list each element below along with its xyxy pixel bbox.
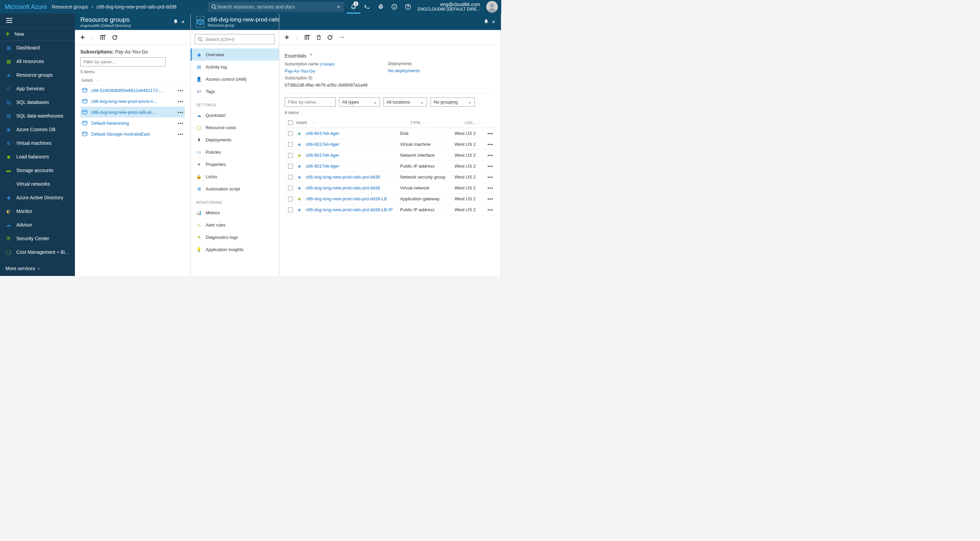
- nav-item-sql-data-warehouses[interactable]: ▤SQL data warehouses: [0, 109, 75, 123]
- nav-item-security-center[interactable]: ⛨Security Center: [0, 231, 75, 245]
- nav-item-cost-management-bi-[interactable]: ◯Cost Management + Bi...: [0, 245, 75, 259]
- col-name[interactable]: NAME: [296, 121, 308, 125]
- row-checkbox[interactable]: [288, 131, 293, 136]
- help-button[interactable]: [401, 0, 415, 14]
- grouping-dropdown[interactable]: No grouping⌄: [430, 97, 475, 107]
- menu-item-metrics[interactable]: 📊Metrics: [191, 206, 279, 219]
- row-checkbox[interactable]: [288, 207, 293, 212]
- close-icon[interactable]: ✕: [492, 19, 495, 24]
- change-link[interactable]: (change): [320, 62, 334, 66]
- column-header-name[interactable]: NAME↑↓: [80, 76, 185, 85]
- row-checkbox[interactable]: [288, 153, 293, 158]
- row-checkbox[interactable]: [288, 175, 293, 180]
- resource-row[interactable]: ◈c66-8017eb-tigerNetwork interfaceWest U…: [285, 150, 495, 161]
- row-menu-icon[interactable]: •••: [178, 121, 183, 126]
- menu-item-access-control-iam-[interactable]: 👤Access control (IAM): [191, 73, 279, 85]
- columns-button[interactable]: [100, 35, 106, 40]
- row-menu-icon[interactable]: •••: [488, 142, 493, 147]
- more-services[interactable]: More services ›: [0, 261, 75, 276]
- refresh-button[interactable]: [327, 35, 332, 40]
- sub-name-value[interactable]: Pay-As-You-Go: [285, 69, 368, 73]
- row-menu-icon[interactable]: •••: [178, 131, 183, 137]
- row-checkbox[interactable]: [288, 142, 293, 147]
- hamburger-button[interactable]: [0, 14, 75, 27]
- refresh-button[interactable]: [112, 35, 118, 40]
- resource-row[interactable]: ◈c66-dvg-long-new-prod-rails-prd-dd38Vir…: [285, 183, 495, 193]
- notifications-button[interactable]: 2: [347, 0, 360, 14]
- close-icon[interactable]: ✕: [181, 19, 185, 24]
- nav-item-sql-databases[interactable]: ▤SQL databases: [0, 96, 75, 109]
- tag-button[interactable]: ⬩: [295, 34, 299, 40]
- menu-item-resource-costs[interactable]: ◯Resource costs: [191, 121, 279, 134]
- menu-item-application-insights[interactable]: 💡Application insights: [191, 243, 279, 255]
- row-menu-icon[interactable]: •••: [178, 88, 183, 93]
- nav-item-all-resources[interactable]: ▦All resources: [0, 54, 75, 68]
- nav-item-resource-groups[interactable]: ◈Resource groups: [0, 68, 75, 82]
- row-menu-icon[interactable]: •••: [178, 110, 183, 115]
- resource-group-row[interactable]: c66-dvg-long-new-prod-rails-pr...•••: [80, 107, 185, 118]
- menu-item-tags[interactable]: 🏷Tags: [191, 85, 279, 97]
- col-location[interactable]: LOC...: [465, 121, 477, 125]
- global-search[interactable]: ✕: [208, 2, 344, 12]
- row-menu-icon[interactable]: •••: [488, 196, 493, 201]
- breadcrumb-current[interactable]: c66-dvg-long-new-prod-rails-prd-dd38: [96, 4, 177, 10]
- row-menu-icon[interactable]: •••: [488, 164, 493, 169]
- resource-name[interactable]: c66-8017eb-tiger: [306, 164, 339, 169]
- menu-item-automation-script[interactable]: 🖥Automation script: [191, 183, 279, 195]
- columns-button[interactable]: [305, 35, 310, 40]
- resource-name[interactable]: c66-dvg-long-new-prod-rails-prd-dd38: [306, 174, 380, 180]
- nav-item-azure-cosmos-db[interactable]: ◉Azure Cosmos DB: [0, 123, 75, 136]
- pin-icon[interactable]: [484, 19, 489, 24]
- deployments-value[interactable]: No deployments: [388, 68, 420, 73]
- user-menu[interactable]: eng@cloud66.com ENGCLOUD66 (DEFAULT DIRE…: [415, 2, 483, 11]
- resource-name[interactable]: c66-8017eb-tiger: [306, 153, 339, 158]
- col-type[interactable]: TYPE: [410, 121, 421, 125]
- resource-row[interactable]: ◈c66-dvg-long-new-prod-rails-prd-dd38Net…: [285, 172, 495, 183]
- brand[interactable]: Microsoft Azure: [0, 3, 52, 11]
- resource-row[interactable]: ◈c66-8017eb-tigerPublic IP addressWest U…: [285, 161, 495, 172]
- add-button[interactable]: +: [285, 33, 289, 42]
- resource-name[interactable]: c66-8017eb-tiger: [306, 131, 339, 136]
- menu-item-overview[interactable]: ◉Overview: [191, 48, 279, 61]
- resource-group-row[interactable]: c66-52403fdfdf93e6812d4482172-...•••: [80, 85, 185, 96]
- menu-item-activity-log[interactable]: ▤Activity log: [191, 61, 279, 73]
- resource-name[interactable]: c66-dvg-long-new-prod-rails-prd-dd38: [306, 185, 380, 190]
- breadcrumb-resource-groups[interactable]: Resource groups: [52, 4, 88, 10]
- nav-item-load-balancers[interactable]: ◆Load balancers: [0, 150, 75, 164]
- nav-item-advisor[interactable]: ☁Advisor: [0, 218, 75, 231]
- nav-item-virtual-machines[interactable]: 🖥Virtual machines: [0, 136, 75, 150]
- select-all-checkbox[interactable]: [288, 120, 293, 125]
- type-dropdown[interactable]: All types⌄: [339, 97, 380, 107]
- resource-group-row[interactable]: Default-Storage-AustraliaEast•••: [80, 128, 185, 139]
- resource-group-row[interactable]: Default-Networking•••: [80, 118, 185, 128]
- essentials-toggle[interactable]: Essentials ⌃: [285, 49, 495, 61]
- tag-button[interactable]: ⬩: [91, 34, 94, 40]
- menu-item-diagnostics-logs[interactable]: ✦Diagnostics logs: [191, 231, 279, 243]
- filter-input[interactable]: [80, 57, 165, 66]
- resource-group-row[interactable]: c66-dvg-long-new-prod-azure-n...•••: [80, 96, 185, 107]
- row-menu-icon[interactable]: •••: [488, 174, 493, 180]
- nav-item-app-services[interactable]: ⊙App Services: [0, 82, 75, 96]
- row-menu-icon[interactable]: •••: [178, 99, 183, 104]
- move-button[interactable]: →: [339, 34, 345, 41]
- global-search-input[interactable]: [216, 4, 337, 10]
- nav-item-storage-accounts[interactable]: ▬Storage accounts: [0, 164, 75, 177]
- delete-button[interactable]: [317, 35, 321, 40]
- nav-item-dashboard[interactable]: ▦Dashboard: [0, 41, 75, 54]
- menu-item-locks[interactable]: 🔒Locks: [191, 170, 279, 183]
- nav-new[interactable]: + New: [0, 27, 75, 41]
- menu-item-quickstart[interactable]: ☁Quickstart: [191, 109, 279, 121]
- add-button[interactable]: +: [80, 33, 85, 42]
- menu-item-properties[interactable]: ≡Properties: [191, 158, 279, 170]
- menu-item-policies[interactable]: ▭Policies: [191, 146, 279, 158]
- clear-icon[interactable]: ✕: [337, 5, 340, 10]
- row-menu-icon[interactable]: •••: [488, 207, 493, 212]
- row-checkbox[interactable]: [288, 186, 293, 190]
- row-menu-icon[interactable]: •••: [488, 131, 493, 136]
- row-menu-icon[interactable]: •••: [488, 185, 493, 190]
- menu-search[interactable]: [195, 34, 275, 44]
- avatar[interactable]: [486, 1, 498, 13]
- resource-row[interactable]: ◈c66-dvg-long-new-prod-rails-prd-dd38-LB…: [285, 193, 495, 204]
- settings-button[interactable]: [374, 0, 388, 14]
- resource-name[interactable]: c66-dvg-long-new-prod-rails-prd-dd38-LB: [306, 196, 387, 201]
